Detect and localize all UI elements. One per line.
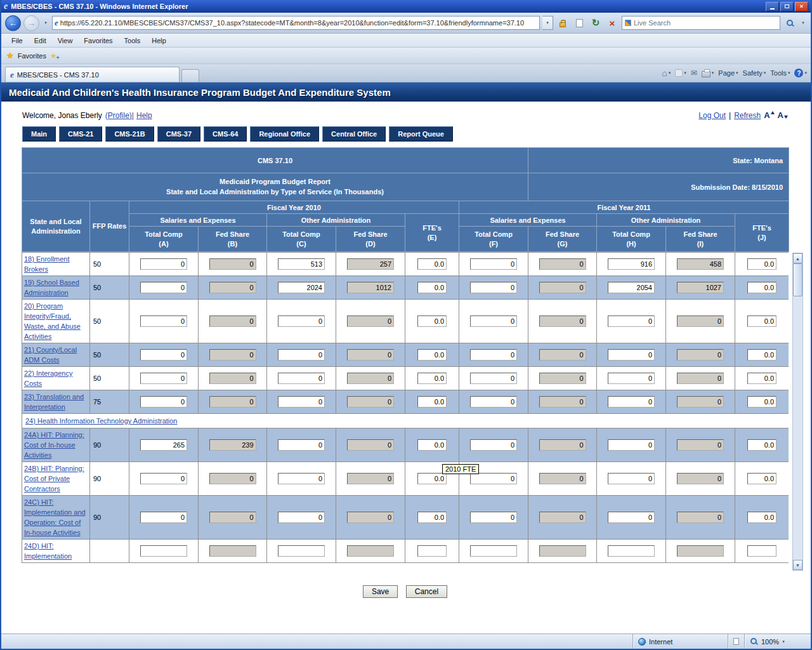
fte-input[interactable] <box>747 315 776 327</box>
total-comp-input[interactable] <box>608 258 655 270</box>
forward-button[interactable]: → <box>23 15 39 31</box>
fte-input[interactable] <box>417 349 447 361</box>
fte-input[interactable] <box>417 315 447 327</box>
row-label-link[interactable]: 24B) HIT: Planning: Cost of Private Cont… <box>24 465 84 493</box>
nav-tab-report-queue[interactable]: Report Queue <box>389 126 453 142</box>
row-label-link[interactable]: 18) Enrollment Brokers <box>24 255 70 273</box>
fte-input[interactable] <box>417 396 447 408</box>
fte-input[interactable] <box>417 473 447 484</box>
print-button[interactable]: ▾ <box>702 69 714 77</box>
menu-tools[interactable]: Tools <box>119 36 146 46</box>
fte-input[interactable] <box>747 545 776 557</box>
total-comp-input[interactable] <box>470 315 517 327</box>
total-comp-input[interactable] <box>608 282 655 293</box>
total-comp-input[interactable] <box>608 512 655 523</box>
total-comp-input[interactable] <box>608 349 655 361</box>
logout-link[interactable]: Log Out <box>698 111 726 120</box>
menu-help[interactable]: Help <box>147 36 171 46</box>
total-comp-input[interactable] <box>140 545 187 557</box>
total-comp-input[interactable] <box>278 282 325 293</box>
total-comp-input[interactable] <box>278 258 325 270</box>
tools-menu-button[interactable]: Tools▾ <box>770 69 790 77</box>
save-button[interactable]: Save <box>363 585 398 598</box>
zoom-control[interactable]: 100% ▾ <box>744 634 811 649</box>
menu-view[interactable]: View <box>53 36 78 46</box>
total-comp-input[interactable] <box>140 282 187 293</box>
total-comp-input[interactable] <box>140 315 187 327</box>
total-comp-input[interactable] <box>470 439 517 451</box>
row-label-link[interactable]: 23) Translation and Interpretation <box>24 393 84 411</box>
fte-input[interactable] <box>417 258 447 270</box>
cancel-button[interactable]: Cancel <box>406 585 447 598</box>
back-button[interactable]: ← <box>5 15 21 31</box>
fte-input[interactable] <box>747 373 776 384</box>
menu-file[interactable]: File <box>6 36 28 46</box>
restore-button[interactable] <box>780 2 794 11</box>
read-mail-button[interactable]: ✉ <box>691 69 697 77</box>
total-comp-input[interactable] <box>140 258 187 270</box>
font-decrease-button[interactable]: A <box>778 110 788 120</box>
favorites-button[interactable]: Favorites <box>18 52 46 60</box>
total-comp-input[interactable] <box>140 473 187 484</box>
menu-favorites[interactable]: Favorites <box>79 36 117 46</box>
fte-input[interactable] <box>747 282 776 293</box>
total-comp-input[interactable] <box>140 439 187 451</box>
fte-input[interactable] <box>747 258 776 270</box>
browser-tab[interactable]: e MBES/CBES - CMS 37.10 <box>5 67 180 82</box>
table-scrollbar[interactable]: ▲ ▼ <box>792 253 803 571</box>
row-label-link[interactable]: 24C) HIT: Implementation and Operation: … <box>24 498 86 536</box>
total-comp-input[interactable] <box>278 315 325 327</box>
compatibility-view-button[interactable] <box>572 16 586 30</box>
nav-tab-regional-office[interactable]: Regional Office <box>250 126 319 142</box>
total-comp-input[interactable] <box>608 396 655 408</box>
help-button[interactable]: ?▾ <box>794 69 807 77</box>
scroll-up-button[interactable]: ▲ <box>793 253 802 263</box>
fte-input[interactable] <box>417 545 447 557</box>
refresh-link[interactable]: Refresh <box>734 111 761 120</box>
scroll-down-button[interactable]: ▼ <box>793 560 802 570</box>
refresh-button[interactable]: ↻ <box>589 16 603 30</box>
search-options-dropdown[interactable]: ▾ <box>799 17 807 29</box>
total-comp-input[interactable] <box>278 439 325 451</box>
total-comp-input[interactable] <box>470 396 517 408</box>
nav-tab-cms-64[interactable]: CMS-64 <box>204 126 247 142</box>
total-comp-input[interactable] <box>470 349 517 361</box>
url-field[interactable]: e <box>52 16 540 30</box>
url-input[interactable] <box>60 19 537 27</box>
total-comp-input[interactable] <box>278 373 325 384</box>
total-comp-input[interactable] <box>470 282 517 293</box>
total-comp-input[interactable] <box>278 473 325 484</box>
row-label-link[interactable]: 24D) HIT: Implementation <box>24 542 72 560</box>
fte-input[interactable] <box>417 439 447 451</box>
total-comp-input[interactable] <box>140 512 187 523</box>
total-comp-input[interactable] <box>278 349 325 361</box>
row-label-link[interactable]: 24A) HIT: Planning: Cost of In-house Act… <box>24 431 84 459</box>
search-field[interactable] <box>622 16 780 30</box>
nav-tab-central-office[interactable]: Central Office <box>322 126 386 142</box>
fte-input[interactable] <box>417 373 447 384</box>
fte-input[interactable] <box>417 282 447 293</box>
total-comp-input[interactable] <box>140 396 187 408</box>
new-tab-button[interactable] <box>181 69 199 82</box>
safety-menu-button[interactable]: Safety▾ <box>743 69 766 77</box>
total-comp-input[interactable] <box>608 473 655 484</box>
total-comp-input[interactable] <box>278 512 325 523</box>
font-increase-button[interactable]: A <box>764 110 774 120</box>
profile-link[interactable]: (Profile)| <box>105 111 134 120</box>
url-dropdown-button[interactable]: ▾ <box>542 16 553 30</box>
fte-input[interactable] <box>747 473 776 484</box>
history-dropdown[interactable]: ▾ <box>42 17 49 29</box>
row-label-link[interactable]: 20) Program Integrity/Fraud, Waste, and … <box>24 302 81 340</box>
fte-input[interactable] <box>747 439 776 451</box>
search-go-button[interactable] <box>783 16 797 30</box>
close-button[interactable]: × <box>795 2 808 11</box>
row-label-link[interactable]: 19) School Based Administration <box>24 279 79 296</box>
total-comp-input[interactable] <box>470 473 517 484</box>
search-input[interactable] <box>634 19 777 27</box>
nav-tab-cms-37[interactable]: CMS-37 <box>157 126 200 142</box>
page-menu-button[interactable]: Page▾ <box>718 69 738 77</box>
row-label-link[interactable]: 22) Interagency Costs <box>24 369 72 387</box>
total-comp-input[interactable] <box>608 315 655 327</box>
total-comp-input[interactable] <box>470 258 517 270</box>
row-label-link[interactable]: 21) County/Local ADM Costs <box>24 346 77 364</box>
